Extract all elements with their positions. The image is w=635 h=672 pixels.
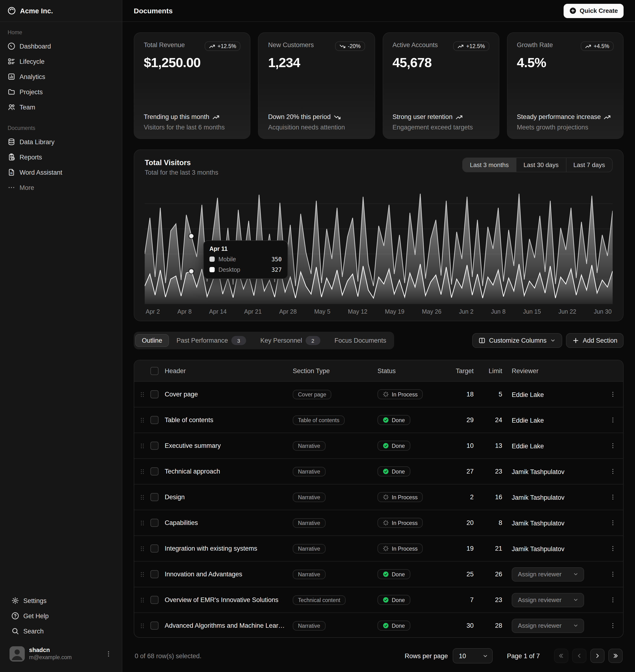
add-section-button[interactable]: Add Section bbox=[566, 333, 623, 348]
row-target-cell[interactable]: 25 bbox=[453, 570, 483, 578]
row-actions-button[interactable] bbox=[602, 622, 623, 629]
row-actions-button[interactable] bbox=[602, 417, 623, 424]
sidebar-item-settings[interactable]: Settings bbox=[8, 593, 114, 608]
row-header-cell[interactable]: Executive summary bbox=[165, 442, 293, 449]
assign-reviewer-select[interactable]: Assign reviewer bbox=[512, 619, 584, 633]
row-limit-cell[interactable]: 26 bbox=[483, 570, 512, 578]
row-header-cell[interactable]: Overview of EMR's Innovative Solutions bbox=[165, 596, 293, 603]
quick-create-button[interactable]: Quick Create bbox=[564, 4, 623, 18]
row-limit-cell[interactable]: 23 bbox=[483, 596, 512, 603]
sidebar-item-dashboard[interactable]: Dashboard bbox=[4, 39, 118, 54]
row-target-cell[interactable]: 2 bbox=[453, 494, 483, 501]
sidebar-item-projects[interactable]: Projects bbox=[4, 84, 118, 99]
row-actions-button[interactable] bbox=[602, 442, 623, 449]
assign-reviewer-select[interactable]: Assign reviewer bbox=[512, 593, 584, 607]
row-limit-cell[interactable]: 8 bbox=[483, 519, 512, 527]
row-actions-button[interactable] bbox=[602, 494, 623, 501]
tab-key-personnel[interactable]: Key Personnel 2 bbox=[254, 333, 327, 348]
row-header-cell[interactable]: Capabilities bbox=[165, 519, 293, 527]
reviewer-name: Eddie Lake bbox=[512, 391, 544, 398]
row-target-cell[interactable]: 10 bbox=[453, 442, 483, 449]
sidebar-nav: Home Dashboard Lifecycle Analytics Proje… bbox=[4, 26, 118, 202]
drag-handle[interactable] bbox=[134, 468, 150, 475]
row-target-cell[interactable]: 27 bbox=[453, 468, 483, 475]
first-page-button[interactable] bbox=[554, 649, 568, 663]
select-all-checkbox[interactable] bbox=[150, 367, 158, 375]
drag-handle[interactable] bbox=[134, 571, 150, 578]
row-header-cell[interactable]: Design bbox=[165, 494, 293, 501]
sidebar-item-search[interactable]: Search bbox=[8, 624, 114, 639]
sidebar-item-data-library[interactable]: Data Library bbox=[4, 134, 118, 150]
row-target-cell[interactable]: 19 bbox=[453, 545, 483, 552]
row-actions-button[interactable] bbox=[602, 596, 623, 603]
row-limit-cell[interactable]: 23 bbox=[483, 468, 512, 475]
sidebar-item-reports[interactable]: Reports bbox=[4, 150, 118, 165]
user-menu-ellipsis-icon[interactable] bbox=[105, 650, 112, 658]
row-limit-cell[interactable]: 28 bbox=[483, 622, 512, 629]
row-header-cell[interactable]: Innovation and Advantages bbox=[165, 570, 293, 578]
assign-reviewer-select[interactable]: Assign reviewer bbox=[512, 567, 584, 581]
row-target-cell[interactable]: 30 bbox=[453, 622, 483, 629]
row-header-cell[interactable]: Advanced Algorithms and Machine Learning bbox=[165, 622, 293, 629]
row-checkbox[interactable] bbox=[150, 596, 158, 604]
row-actions-button[interactable] bbox=[602, 570, 623, 578]
row-actions-button[interactable] bbox=[602, 519, 623, 527]
tab-focus-documents[interactable]: Focus Documents bbox=[328, 334, 393, 347]
row-target-cell[interactable]: 7 bbox=[453, 596, 483, 603]
sidebar-item-more[interactable]: More bbox=[4, 180, 118, 195]
row-header-cell[interactable]: Cover page bbox=[165, 391, 293, 398]
sidebar-item-lifecycle[interactable]: Lifecycle bbox=[4, 54, 118, 69]
drag-handle[interactable] bbox=[134, 622, 150, 629]
row-target-cell[interactable]: 18 bbox=[453, 391, 483, 398]
row-actions-button[interactable] bbox=[602, 391, 623, 398]
sidebar-item-analytics[interactable]: Analytics bbox=[4, 69, 118, 84]
customize-columns-button[interactable]: Customize Columns bbox=[473, 333, 563, 348]
drag-handle[interactable] bbox=[134, 597, 150, 603]
row-header-cell[interactable]: Integration with existing systems bbox=[165, 545, 293, 552]
row-checkbox[interactable] bbox=[150, 416, 158, 424]
row-limit-cell[interactable]: 24 bbox=[483, 417, 512, 424]
range-last-7-days[interactable]: Last 7 days bbox=[566, 158, 612, 172]
row-limit-cell[interactable]: 21 bbox=[483, 545, 512, 552]
sidebar-header[interactable]: Acme Inc. bbox=[0, 0, 122, 22]
tab-past-performance[interactable]: Past Performance 3 bbox=[170, 333, 253, 348]
row-checkbox[interactable] bbox=[150, 493, 158, 501]
sidebar-item-get-help[interactable]: Get Help bbox=[8, 608, 114, 624]
sidebar-item-word-assistant[interactable]: w Word Assistant bbox=[4, 165, 118, 180]
row-actions-button[interactable] bbox=[602, 545, 623, 552]
drag-handle[interactable] bbox=[134, 545, 150, 552]
row-header-cell[interactable]: Technical approach bbox=[165, 468, 293, 475]
sidebar-group-documents: Documents Data Library Reports w Word As… bbox=[4, 121, 118, 195]
range-last-3-months[interactable]: Last 3 months bbox=[463, 158, 516, 172]
sidebar-item-team[interactable]: Team bbox=[4, 99, 118, 115]
prev-page-button[interactable] bbox=[572, 649, 587, 663]
row-target-cell[interactable]: 29 bbox=[453, 417, 483, 424]
row-checkbox[interactable] bbox=[150, 570, 158, 578]
rows-per-page-select[interactable]: 10 bbox=[453, 648, 493, 664]
drag-handle[interactable] bbox=[134, 442, 150, 449]
drag-handle[interactable] bbox=[134, 417, 150, 423]
row-checkbox[interactable] bbox=[150, 442, 158, 450]
row-checkbox[interactable] bbox=[150, 390, 158, 398]
last-page-button[interactable] bbox=[608, 649, 622, 663]
range-last-30-days[interactable]: Last 30 days bbox=[516, 158, 566, 172]
tab-outline[interactable]: Outline bbox=[135, 334, 169, 347]
drag-handle[interactable] bbox=[134, 391, 150, 398]
chart-canvas[interactable]: Apr 11 Mobile 350 Desktop 327 bbox=[145, 184, 613, 304]
row-checkbox[interactable] bbox=[150, 519, 158, 527]
row-checkbox[interactable] bbox=[150, 622, 158, 630]
sidebar-item-label: Settings bbox=[23, 597, 47, 604]
row-checkbox[interactable] bbox=[150, 467, 158, 475]
user-menu[interactable]: shadcn m@example.com bbox=[6, 643, 116, 665]
drag-handle[interactable] bbox=[134, 494, 150, 500]
row-target-cell[interactable]: 20 bbox=[453, 519, 483, 527]
drag-handle[interactable] bbox=[134, 519, 150, 526]
next-page-button[interactable] bbox=[590, 649, 605, 663]
row-header-cell[interactable]: Table of contents bbox=[165, 417, 293, 424]
row-checkbox[interactable] bbox=[150, 544, 158, 553]
row-actions-button[interactable] bbox=[602, 468, 623, 475]
row-limit-cell[interactable]: 5 bbox=[483, 391, 512, 398]
row-limit-cell[interactable]: 13 bbox=[483, 442, 512, 449]
row-limit-cell[interactable]: 16 bbox=[483, 494, 512, 501]
row-reviewer-cell: Jamik Tashpulatov bbox=[512, 518, 602, 527]
